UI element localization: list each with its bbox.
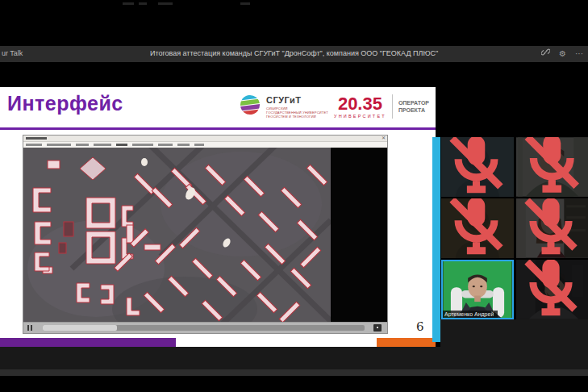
gis-app-window: ✕ <box>23 135 388 334</box>
participant-label: Запись <box>441 137 514 197</box>
slide-footer-purple-bar <box>0 338 176 347</box>
operator-line2: ПРОЕКТА <box>398 106 429 114</box>
slide-page-number: 6 <box>416 319 424 334</box>
video-options-icon <box>373 324 382 332</box>
participant-tile-artemenko[interactable]: Артеменко Андрей <box>441 260 514 319</box>
gis-window-titlebar: ✕ <box>23 136 387 142</box>
participant-tile-ryzhkov[interactable]: Владимир Рыжков <box>516 260 588 319</box>
window-close-icon: ✕ <box>382 136 386 141</box>
bottom-dark-band <box>0 347 588 369</box>
map-empty-area <box>331 148 387 323</box>
participant-label: Татьяна Ознобишина <box>441 198 514 258</box>
gis-window-menubar <box>23 142 387 148</box>
sgugit-globe-icon <box>240 94 261 119</box>
participant-video <box>443 261 512 318</box>
participant-label: Артеменко Андрей <box>443 311 498 318</box>
cyan-side-strip <box>432 137 440 342</box>
more-icon[interactable]: ··· <box>575 48 583 60</box>
mic-off-icon <box>518 198 584 257</box>
video-player-bar <box>23 322 387 333</box>
sgugit-sub2: ГОСУДАРСТВЕННЫЙ УНИВЕРСИТЕТ <box>266 111 328 115</box>
u2035-logo: 20.35 УНИВЕРСИТЕТ <box>334 95 386 119</box>
mic-off-icon <box>443 137 510 196</box>
video-progress-fill <box>43 325 117 331</box>
top-artifact <box>139 2 147 5</box>
top-artifact <box>158 2 173 5</box>
participant-tile-recording[interactable]: Запись <box>441 137 514 197</box>
u2035-label: УНИВЕРСИТЕТ <box>334 114 386 119</box>
meeting-titlebar: ur Talk Итоговая аттестация команды СГУГ… <box>0 46 588 62</box>
participant-tile-bakulin[interactable]: Владимир Бакулин, Гео... <box>516 137 588 197</box>
slide-logos: СГУГиТ СИБИРСКИЙ ГОСУДАРСТВЕННЫЙ УНИВЕРС… <box>240 94 429 119</box>
mic-off-icon <box>518 260 584 319</box>
mic-off-icon <box>443 198 510 257</box>
participant-label: Владимир Бакулин, Гео... <box>516 137 588 197</box>
slide-title: Интерфейс <box>7 92 123 115</box>
slide-footer-orange-bar <box>377 338 436 347</box>
operator-label: ОПЕРАТОР ПРОЕКТА <box>398 99 429 114</box>
gear-icon[interactable]: ⚙ <box>559 48 566 60</box>
participant-label: Владимир Рыжков <box>516 260 588 319</box>
sgugit-logo-text: СГУГиТ СИБИРСКИЙ ГОСУДАРСТВЕННЫЙ УНИВЕРС… <box>266 95 328 119</box>
participant-tile-oznobishina[interactable]: Татьяна Ознобишина <box>441 198 514 258</box>
participant-name: Артеменко Андрей <box>444 311 494 317</box>
shared-slide: Интерфейс СГУГиТ СИБИРСКИЙ ГОСУДА <box>0 87 436 347</box>
top-artifact <box>123 2 134 5</box>
pause-icon <box>27 325 33 331</box>
slide-divider-rule <box>0 127 436 130</box>
aerial-map-view <box>23 148 331 323</box>
meeting-app-window: ur Talk Итоговая аттестация команды СГУГ… <box>0 0 588 392</box>
video-progress-track <box>43 325 365 331</box>
participant-tile-kozina[interactable]: Олеся Козина <box>516 198 588 258</box>
link-icon[interactable] <box>541 48 550 60</box>
mic-off-icon <box>518 137 586 196</box>
logo-divider <box>392 94 393 119</box>
sgugit-name: СГУГиТ <box>266 95 328 105</box>
bottom-dark-band-right <box>440 319 588 347</box>
top-artifact <box>240 2 250 5</box>
bottom-gray-strip <box>0 369 588 376</box>
u2035-number: 20.35 <box>334 95 386 113</box>
operator-line1: ОПЕРАТОР <box>398 99 429 106</box>
aerial-map-image <box>23 148 331 323</box>
sgugit-sub3: ГЕОСИСТЕМ И ТЕХНОЛОГИЙ <box>266 115 328 119</box>
participant-label: Олеся Козина <box>516 198 588 258</box>
meeting-title: Итоговая аттестация команды СГУГиТ "Дрон… <box>0 49 588 57</box>
